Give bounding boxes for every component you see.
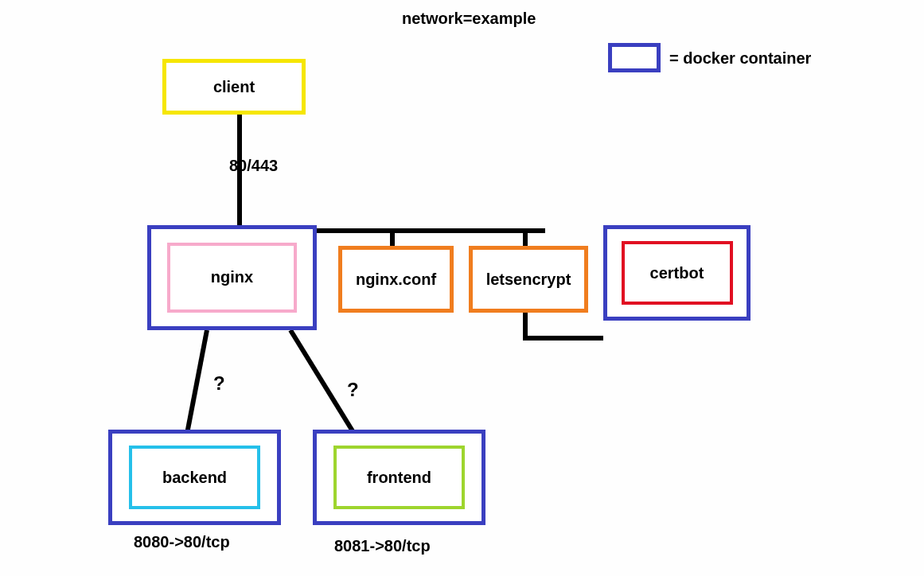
edge-client-nginx-label: 80/443 bbox=[229, 157, 278, 175]
node-backend-label: backend bbox=[162, 469, 227, 487]
node-nginx-container: nginx bbox=[147, 225, 317, 330]
node-nginx-conf-label: nginx.conf bbox=[356, 270, 436, 289]
node-frontend-inner: frontend bbox=[333, 446, 466, 508]
node-letsencrypt: letsencrypt bbox=[469, 246, 588, 313]
edge-nginx-frontend-label: ? bbox=[347, 379, 359, 401]
legend-box bbox=[608, 43, 661, 72]
diagram-title: network=example bbox=[402, 10, 536, 28]
node-letsencrypt-label: letsencrypt bbox=[486, 270, 571, 289]
edge-nginx-backend-label: ? bbox=[213, 372, 225, 395]
node-frontend-container: frontend bbox=[313, 430, 485, 525]
legend-text: = docker container bbox=[669, 49, 811, 68]
node-frontend-label: frontend bbox=[367, 469, 431, 487]
frontend-ports-label: 8081->80/tcp bbox=[334, 537, 431, 555]
node-certbot-label: certbot bbox=[650, 264, 704, 282]
node-nginx-conf: nginx.conf bbox=[338, 246, 454, 313]
node-client: client bbox=[162, 59, 306, 115]
backend-ports-label: 8080->80/tcp bbox=[134, 533, 230, 551]
node-backend-container: backend bbox=[108, 430, 281, 525]
svg-line-6 bbox=[187, 330, 207, 434]
node-client-label: client bbox=[213, 78, 255, 96]
node-nginx-label: nginx bbox=[211, 268, 253, 286]
svg-line-7 bbox=[290, 330, 354, 434]
node-certbot-inner: certbot bbox=[622, 241, 733, 304]
node-backend-inner: backend bbox=[129, 446, 261, 508]
node-certbot-container: certbot bbox=[603, 225, 751, 321]
node-nginx-inner: nginx bbox=[167, 243, 296, 313]
